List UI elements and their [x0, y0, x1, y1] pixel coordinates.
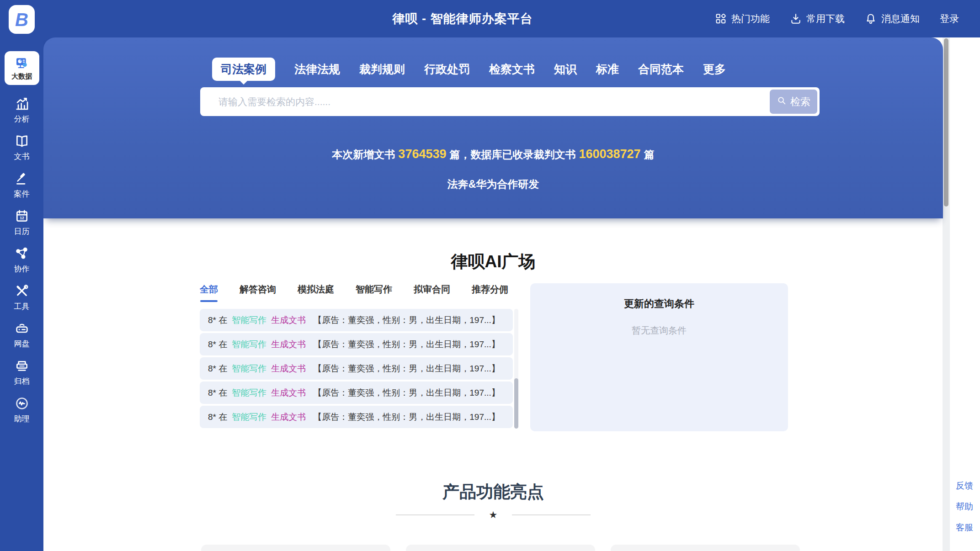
sidebar-item-assistant[interactable]: 助理	[0, 391, 43, 429]
list-item[interactable]: 8* 在智能写作生成文书【原告：董奕强，性别：男，出生日期，197...】	[200, 309, 513, 331]
item-feature-tag: 智能写作	[232, 411, 266, 423]
sidebar-item-cloud-drive[interactable]: 网盘	[0, 316, 43, 354]
ai-tab-contract-review[interactable]: 拟审合同	[414, 283, 450, 302]
sidebar-item-label: 协作	[14, 264, 30, 274]
book-icon	[15, 134, 29, 148]
svg-text:12: 12	[20, 216, 24, 220]
tab-laws-regulations[interactable]: 法律法规	[294, 62, 340, 77]
feature-card	[611, 545, 800, 551]
tab-procuratorial-documents[interactable]: 检察文书	[489, 62, 535, 77]
sidebar-item-collaboration[interactable]: 协作	[0, 241, 43, 279]
sidebar-item-tools[interactable]: 工具	[0, 279, 43, 316]
ai-activity-list: 8* 在智能写作生成文书【原告：董奕强，性别：男，出生日期，197...】 8*…	[200, 309, 513, 430]
notifications-button[interactable]: 消息通知	[865, 12, 920, 25]
page-scrollbar-thumb[interactable]	[944, 38, 948, 207]
item-action-tag: 生成文书	[271, 363, 306, 375]
document-stats: 本次新增文书3764539篇，数据库已收录裁判文书160038727篇	[43, 147, 943, 162]
tab-contract-templates[interactable]: 合同范本	[638, 62, 684, 77]
list-item[interactable]: 8* 在智能写作生成文书【原告：董奕强，性别：男，出生日期，197...】	[200, 381, 513, 404]
archive-icon	[15, 359, 29, 373]
login-button[interactable]: 登录	[940, 12, 959, 25]
sidebar-item-label: 网盘	[14, 339, 30, 349]
ai-tab-all[interactable]: 全部	[200, 283, 218, 302]
item-content: 【原告：董奕强，性别：男，出生日期，197...】	[313, 363, 500, 375]
brand-logo[interactable]: B	[9, 5, 35, 34]
search-input[interactable]	[200, 87, 762, 116]
stats-text: 篇	[644, 148, 655, 160]
tab-administrative-penalty[interactable]: 行政处罚	[424, 62, 470, 77]
search-icon	[777, 95, 787, 108]
feedback-link[interactable]: 反馈	[951, 480, 978, 492]
customer-service-link[interactable]: 客服	[951, 522, 978, 534]
ai-plaza-tabs: 全部 解答咨询 模拟法庭 智能写作 拟审合同 推荐分佣	[200, 283, 508, 302]
list-item[interactable]: 8* 在智能写作生成文书【原告：董奕强，性别：男，出生日期，197...】	[200, 357, 513, 380]
stats-text: 篇，数据库已收录裁判文书	[449, 148, 575, 160]
cloud-drive-icon	[15, 321, 29, 336]
feature-card	[201, 545, 390, 551]
divider-line	[512, 514, 591, 515]
sidebar-item-analysis[interactable]: 分析	[0, 91, 43, 129]
query-panel-empty-text: 暂无查询条件	[530, 324, 788, 337]
sidebar-item-documents[interactable]: 文书	[0, 129, 43, 166]
ai-tab-smart-writing[interactable]: 智能写作	[356, 283, 392, 302]
share-nodes-icon	[15, 246, 29, 261]
downloads-button[interactable]: 常用下载	[790, 12, 845, 25]
hot-features-button[interactable]: 热门功能	[715, 12, 770, 25]
sidebar-item-archive[interactable]: 归档	[0, 354, 43, 391]
calendar-icon: 12	[15, 209, 29, 223]
sidebar-item-label: 助理	[14, 413, 30, 424]
login-label: 登录	[940, 12, 959, 25]
list-scrollbar-thumb[interactable]	[514, 378, 518, 429]
sidebar-item-cases[interactable]: 案件	[0, 166, 43, 204]
ai-tab-referral[interactable]: 推荐分佣	[472, 283, 508, 302]
cooperation-subtitle: 法奔&华为合作研发	[43, 177, 943, 191]
search-category-tabs: 司法案例 法律法规 裁判规则 行政处罚 检察文书 知识 标准 合同范本 更多	[212, 58, 726, 81]
item-user: 8* 在	[208, 387, 227, 399]
sidebar-item-label: 案件	[14, 189, 30, 199]
highlights-divider: ★	[43, 510, 943, 519]
item-user: 8* 在	[208, 314, 227, 326]
stats-total-docs-count: 160038727	[575, 147, 644, 161]
ai-tab-consulting[interactable]: 解答咨询	[240, 283, 276, 302]
assistant-robot-icon	[15, 396, 29, 411]
topbar-menu: 热门功能 常用下载 消息通知 登录	[715, 0, 959, 37]
download-icon	[790, 13, 802, 25]
star-icon: ★	[489, 510, 498, 519]
sidebar-item-calendar[interactable]: 12 日历	[0, 204, 43, 241]
item-action-tag: 生成文书	[271, 339, 306, 350]
ai-tab-mock-court[interactable]: 模拟法庭	[298, 283, 334, 302]
item-content: 【原告：董奕强，性别：男，出生日期，197...】	[313, 387, 500, 399]
feature-card	[406, 545, 595, 551]
item-feature-tag: 智能写作	[232, 314, 266, 326]
item-user: 8* 在	[208, 411, 227, 423]
tab-adjudication-rules[interactable]: 裁判规则	[359, 62, 405, 77]
analysis-chart-icon	[15, 96, 29, 111]
notifications-label: 消息通知	[881, 12, 920, 25]
help-link[interactable]: 帮助	[951, 501, 978, 513]
tab-knowledge[interactable]: 知识	[554, 62, 577, 77]
list-item[interactable]: 8* 在智能写作生成文书【原告：董奕强，性别：男，出生日期，197...】	[200, 406, 513, 428]
query-panel-title: 更新的查询条件	[530, 297, 788, 311]
item-user: 8* 在	[208, 363, 227, 375]
sidebar-item-bigdata[interactable]: 大数据	[5, 51, 39, 85]
tab-standards[interactable]: 标准	[596, 62, 619, 77]
item-feature-tag: 智能写作	[232, 387, 266, 399]
stats-text: 本次新增文书	[332, 148, 395, 160]
search-button-label: 检索	[790, 95, 810, 109]
divider-line	[396, 514, 474, 515]
sidebar: B 大数据	[0, 0, 43, 551]
sidebar-item-label: 大数据	[11, 72, 32, 81]
tab-more[interactable]: 更多	[703, 62, 726, 77]
brand-logo-glyph: B	[15, 11, 28, 29]
ai-plaza-title: 律呗AI广场	[43, 250, 943, 273]
item-user: 8* 在	[208, 339, 227, 350]
list-item[interactable]: 8* 在智能写作生成文书【原告：董奕强，性别：男，出生日期，197...】	[200, 333, 513, 355]
item-action-tag: 生成文书	[271, 411, 306, 423]
sidebar-item-label: 文书	[14, 151, 30, 162]
query-conditions-panel: 更新的查询条件 暂无查询条件	[530, 283, 788, 431]
search-button[interactable]: 检索	[770, 90, 817, 114]
stats-new-docs-count: 3764539	[395, 147, 449, 161]
sidebar-item-label: 日历	[14, 226, 30, 237]
grid-icon	[715, 13, 727, 25]
tab-judicial-cases[interactable]: 司法案例	[212, 58, 275, 81]
